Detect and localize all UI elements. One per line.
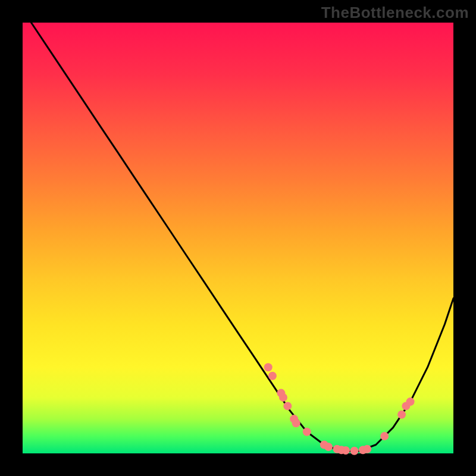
data-marker [283, 402, 292, 410]
data-marker [380, 432, 389, 440]
data-marker [350, 447, 359, 455]
data-marker [264, 363, 273, 371]
data-marker [397, 411, 406, 419]
bottleneck-curve [32, 23, 454, 451]
plot-area [23, 23, 453, 453]
marker-group [264, 363, 415, 455]
curve-svg [23, 23, 453, 453]
data-marker [342, 446, 350, 455]
data-marker [406, 397, 415, 406]
data-marker [279, 393, 287, 402]
attribution-label: TheBottleneck.com [321, 4, 469, 22]
data-marker [268, 372, 277, 380]
chart-frame: TheBottleneck.com [0, 0, 476, 476]
data-marker [363, 445, 371, 453]
data-marker [303, 428, 311, 436]
data-marker [292, 419, 300, 427]
data-marker [324, 443, 333, 451]
